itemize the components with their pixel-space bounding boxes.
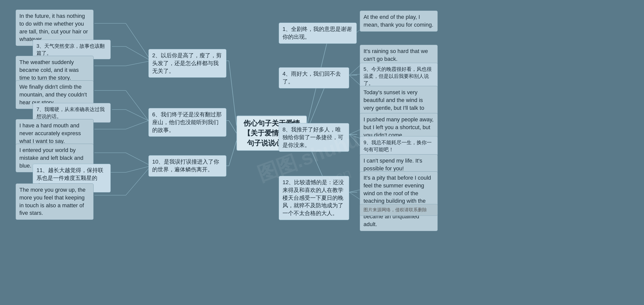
rb4-child1-english: It's a pity that before I could feel the… (360, 171, 438, 231)
lb1-chinese: 2、以后你是高了，瘦了，剪头发了，还是怎么样都与我无关了。 (148, 49, 226, 78)
mindmap-canvas: 伤心句子关于爱情【关于爱情伤心的句子说说心情】 2、以后你是高了，瘦了，剪头发了… (0, 0, 644, 305)
svg-line-22 (126, 166, 151, 195)
svg-line-16 (126, 121, 148, 129)
lb3-child3-english: The more you grow up, the more you feel … (16, 183, 94, 220)
rb2-chinese: 4、雨好大，我们回不去了。 (279, 67, 349, 88)
svg-line-18 (126, 153, 151, 166)
svg-line-0 (229, 61, 236, 126)
svg-line-8 (126, 46, 151, 61)
svg-line-14 (126, 110, 148, 121)
lb3-chinese: 10、是我误打误撞进入了你的世界，遍体鳞伤离开。 (148, 155, 226, 177)
rb2-child2-chinese: 5、今天的晚霞很好看，风也很温柔，但是以后我要和别人说了。 (360, 63, 438, 89)
lb2-chinese: 6、我们终于还是没有翻过那座山，他们也没能听到我们的故事。 (148, 108, 226, 137)
rb3-chinese: 8、我推开了好多人，唯独给你留了一条捷径，可是你没来。 (279, 123, 349, 152)
svg-line-12 (126, 90, 148, 121)
svg-line-10 (126, 61, 151, 66)
rb1-chinese: 1、全剧终，我的意思是谢谢你的出现。 (279, 23, 357, 44)
svg-line-20 (126, 166, 151, 172)
rb3-child2-chinese: 9、我总不能耗尽一生，换你一句有可能吧！ (360, 136, 438, 156)
rb1-child1-english: At the end of the play, I mean, thank yo… (360, 11, 438, 32)
svg-line-2 (229, 121, 236, 133)
svg-line-4 (229, 141, 236, 166)
rb4-chinese: 12、比较遗憾的是：还没来得及和喜欢的人在教学楼天台感受一下夏日的晚风，就猝不及… (279, 176, 349, 220)
rb4-child2-copyright: 图片来源网络，侵权请联系删除 (360, 204, 438, 216)
svg-line-6 (126, 23, 151, 61)
